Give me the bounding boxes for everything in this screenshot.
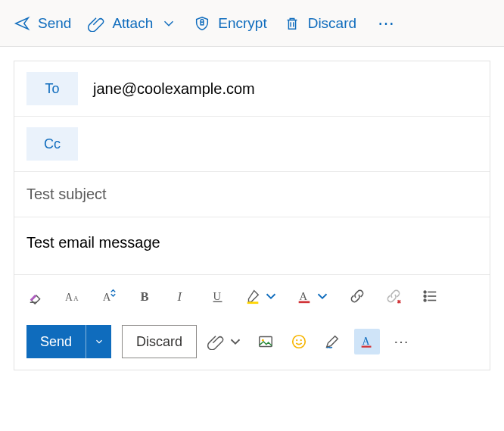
attach-top-label: Attach [112, 15, 153, 32]
send-icon [14, 15, 30, 32]
cc-label: Cc [44, 136, 61, 152]
paperclip-icon [88, 15, 104, 32]
to-row: To jane@coolexample.com [14, 61, 490, 117]
svg-rect-0 [201, 22, 204, 25]
emoji-icon [291, 333, 307, 350]
font-format-icon: A [359, 333, 375, 350]
formatting-toolbar: AA A B I U A [14, 274, 490, 317]
subject-text: Test subject [26, 186, 107, 202]
svg-text:B: B [141, 289, 149, 304]
font-case-button[interactable]: A [99, 286, 119, 306]
encrypt-top-label: Encrypt [218, 15, 266, 32]
insert-signature-button[interactable] [321, 330, 344, 353]
remove-link-button[interactable] [384, 286, 403, 306]
attach-bottom-button[interactable] [207, 330, 244, 353]
top-toolbar: Send Attach Encrypt Discard ⋯ [0, 0, 504, 47]
send-split-button: Send [26, 325, 111, 358]
insert-link-button[interactable] [347, 286, 367, 306]
more-actions-bottom[interactable]: ⋯ [394, 333, 410, 351]
discard-button[interactable]: Discard [122, 325, 197, 358]
discard-button-label: Discard [136, 334, 182, 350]
chevron-down-icon [160, 15, 177, 32]
svg-text:U: U [213, 289, 222, 301]
svg-point-19 [293, 336, 306, 348]
svg-text:A: A [103, 291, 111, 303]
svg-point-13 [424, 295, 426, 297]
compose-card: To jane@coolexample.com Cc Test subject … [14, 61, 490, 370]
to-label: To [45, 81, 59, 97]
underline-button[interactable]: U [208, 286, 228, 306]
send-button[interactable]: Send [26, 325, 86, 358]
bullet-list-button[interactable] [420, 286, 440, 306]
clear-formatting-button[interactable] [26, 286, 46, 306]
svg-point-11 [424, 291, 426, 293]
bold-button[interactable]: B [135, 286, 155, 306]
message-body[interactable]: Test email message [14, 217, 490, 274]
italic-button[interactable]: I [172, 286, 191, 306]
send-options-dropdown[interactable] [86, 325, 111, 358]
insert-emoji-button[interactable] [288, 330, 310, 353]
toggle-formatting-toolbar-button[interactable]: A [354, 329, 380, 354]
font-size-button[interactable]: AA [63, 286, 82, 306]
svg-text:I: I [177, 289, 183, 304]
trash-icon [284, 15, 300, 32]
cc-row: Cc [14, 117, 490, 172]
discard-top-button[interactable]: Discard [284, 15, 356, 32]
svg-text:A: A [65, 291, 73, 302]
send-top-button[interactable]: Send [14, 15, 71, 32]
svg-text:A: A [362, 336, 370, 347]
svg-rect-8 [247, 301, 259, 304]
font-color-button[interactable]: A [296, 286, 331, 306]
svg-point-21 [300, 339, 302, 341]
paperclip-icon [207, 333, 224, 350]
to-field[interactable]: jane@coolexample.com [93, 80, 255, 98]
chevron-down-icon [314, 288, 331, 305]
cc-button[interactable]: Cc [26, 127, 78, 161]
svg-rect-23 [362, 346, 372, 348]
svg-rect-17 [260, 337, 272, 347]
more-actions-top[interactable]: ⋯ [378, 14, 396, 33]
svg-point-15 [424, 299, 426, 301]
svg-rect-10 [299, 301, 310, 303]
highlight-color-button[interactable] [244, 286, 279, 306]
encrypt-top-button[interactable]: Encrypt [194, 15, 266, 32]
shield-lock-icon [194, 15, 210, 32]
svg-point-20 [296, 339, 297, 341]
image-icon [257, 333, 274, 350]
pen-icon [324, 333, 341, 350]
insert-picture-button[interactable] [254, 330, 277, 353]
svg-text:A: A [73, 294, 79, 301]
send-top-label: Send [38, 15, 71, 32]
body-text: Test email message [26, 234, 160, 251]
discard-top-label: Discard [308, 15, 356, 32]
to-value-text: jane@coolexample.com [93, 80, 255, 97]
svg-text:A: A [300, 289, 308, 301]
chevron-down-icon [263, 288, 279, 305]
to-button[interactable]: To [26, 72, 78, 105]
attach-top-button[interactable]: Attach [88, 15, 177, 32]
send-button-label: Send [40, 334, 72, 350]
bottom-action-bar: Send Discard [14, 317, 490, 370]
subject-field[interactable]: Test subject [14, 172, 490, 217]
chevron-down-icon [227, 333, 244, 350]
